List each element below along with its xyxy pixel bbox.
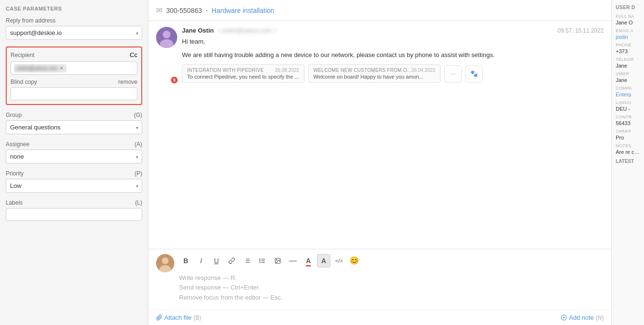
link-button[interactable] xyxy=(225,254,238,267)
user-field-value-5[interactable]: Enterp xyxy=(616,92,640,97)
user-field-8: TARIFFPro xyxy=(616,129,640,140)
attach-file-link[interactable]: Attach file (B) xyxy=(156,314,201,321)
svg-point-15 xyxy=(260,259,260,259)
svg-point-4 xyxy=(162,257,169,264)
case-title[interactable]: Hardware installation xyxy=(212,7,274,14)
group-select[interactable]: General questions xyxy=(6,120,142,134)
group-label: Group xyxy=(6,112,22,118)
rc2-date: 26.04.2022 xyxy=(411,68,435,74)
group-label-row: Group (G) xyxy=(6,112,142,118)
ordered-list-button[interactable] xyxy=(240,254,254,267)
reply-avatar xyxy=(156,254,174,272)
latest-label: LATEST xyxy=(616,159,640,164)
placeholder-2: Send response — Ctrl+Enter. xyxy=(179,283,604,293)
assignee-select-wrapper[interactable]: none ▾ xyxy=(6,150,142,163)
message-item: 9 Jane Ostin < jostint@yahoo.com > 09:57… xyxy=(156,27,604,83)
left-panel-title: CASE PARAMETERS xyxy=(6,6,142,12)
user-field-7: CONTR56433 xyxy=(616,115,640,126)
add-note-label: Add note xyxy=(569,314,594,321)
related-cases: INTEGRATION WITH PIPEDRIVE 26.08.2022 To… xyxy=(182,64,604,83)
related-case-1[interactable]: INTEGRATION WITH PIPEDRIVE 26.08.2022 To… xyxy=(182,64,305,83)
placeholder-1: Write response — R. xyxy=(179,273,604,283)
reply-editor: B I U — xyxy=(148,249,611,325)
recipient-input[interactable]: jostint@yahoo.com ✕ xyxy=(11,61,137,75)
reply-from-select[interactable]: support@deskie.io xyxy=(6,26,142,40)
labels-input[interactable] xyxy=(6,208,142,221)
image-button[interactable] xyxy=(271,254,284,267)
user-field-label-2: PHONE xyxy=(616,43,640,47)
user-field-label-9: NOTES xyxy=(616,143,640,148)
code-button[interactable]: </> xyxy=(332,254,346,267)
paw-icon[interactable]: 🐾 xyxy=(465,65,483,82)
user-field-1: EMAIL Ajostin xyxy=(616,28,640,40)
attach-file-label: Attach file xyxy=(164,314,192,321)
sender-name: Jane Ostin xyxy=(182,27,214,34)
rc1-date: 26.08.2022 xyxy=(275,68,299,74)
user-field-value-8: Pro xyxy=(616,135,640,140)
cc-link[interactable]: Cc xyxy=(130,51,137,58)
group-select-wrapper[interactable]: General questions ▾ xyxy=(6,120,142,134)
recipient-header: Recipient Cc xyxy=(11,51,137,58)
bold-button[interactable]: B xyxy=(179,254,192,267)
blind-copy-input[interactable] xyxy=(11,87,137,100)
related-case-2[interactable]: WELCOME NEW CUSTOMERS FROM O... 26.04.20… xyxy=(308,64,441,83)
add-note-link[interactable]: Add note (N) xyxy=(561,314,604,321)
user-field-label-8: TARIFF xyxy=(616,129,640,134)
rc1-body: To connect Pipedrive, you need to specif… xyxy=(187,74,299,80)
font-color-button[interactable]: A xyxy=(302,254,315,267)
editor-placeholder[interactable]: Write response — R. Send response — Ctrl… xyxy=(179,271,604,305)
message-badge: 9 xyxy=(170,76,178,84)
group-shortcut: (G) xyxy=(134,112,142,118)
middle-panel: ✉ 300-550863 - Hardware installation 9 xyxy=(148,0,611,325)
priority-select[interactable]: Low xyxy=(6,179,142,193)
labels-field: Labels (L) xyxy=(6,199,142,221)
mail-icon: ✉ xyxy=(156,6,162,15)
paperclip-icon xyxy=(156,314,162,321)
group-field: Group (G) General questions ▾ xyxy=(6,112,142,134)
user-field-9: NOTESAre re ces to xyxy=(616,143,640,155)
recipient-tag: jostint@yahoo.com ✕ xyxy=(14,64,67,72)
user-field-value-1[interactable]: jostin xyxy=(616,34,640,40)
case-separator: - xyxy=(206,7,208,14)
priority-select-wrapper[interactable]: Low ▾ xyxy=(6,179,142,193)
message-body-2: We are still having trouble adding a new… xyxy=(182,50,604,60)
user-field-value-4: Jane xyxy=(616,77,640,83)
svg-point-19 xyxy=(276,259,277,260)
editor-footer: Attach file (B) Add note (N) xyxy=(148,310,611,325)
priority-label: Priority xyxy=(6,170,23,177)
user-field-label-7: CONTR xyxy=(616,115,640,119)
user-field-3: TELEGRJane xyxy=(616,57,640,69)
priority-field: Priority (P) Low ▾ xyxy=(6,170,142,193)
assignee-shortcut: (A) xyxy=(135,141,142,148)
priority-shortcut: (P) xyxy=(135,170,142,177)
user-field-label-3: TELEGR xyxy=(616,57,640,62)
emoji-button[interactable]: 😊 xyxy=(348,254,361,267)
user-field-label-5: COMPA xyxy=(616,86,640,91)
placeholder-3: Remove focus from the editor — Esc. xyxy=(179,293,604,303)
more-button[interactable]: ··· xyxy=(444,65,462,82)
user-field-label-1: EMAIL A xyxy=(616,28,640,33)
user-field-value-0: Jane O xyxy=(616,20,640,25)
note-icon xyxy=(561,314,567,321)
rc2-title: WELCOME NEW CUSTOMERS FROM O... xyxy=(314,68,412,73)
user-field-value-9: Are re ces to xyxy=(616,149,640,155)
svg-point-1 xyxy=(163,31,170,38)
bg-color-button[interactable]: A xyxy=(317,254,330,267)
svg-point-16 xyxy=(260,260,260,261)
remove-recipient-icon[interactable]: ✕ xyxy=(59,65,64,71)
reply-from-select-wrapper[interactable]: support@deskie.io ▾ xyxy=(6,26,142,40)
remove-bcc-link[interactable]: remove xyxy=(118,79,137,85)
hr-button[interactable]: — xyxy=(286,254,300,267)
unordered-list-button[interactable] xyxy=(256,254,269,267)
user-field-value-3: Jane xyxy=(616,63,640,69)
case-header: ✉ 300-550863 - Hardware installation xyxy=(148,0,611,21)
message-time: 09:57, 15.11.2022 xyxy=(557,27,604,34)
underline-button[interactable]: U xyxy=(210,254,223,267)
case-number: 300-550863 xyxy=(166,7,202,14)
svg-point-17 xyxy=(260,262,260,263)
message-body: Hi team, We are still having trouble add… xyxy=(182,37,604,59)
assignee-select[interactable]: none xyxy=(6,150,142,163)
labels-label-row: Labels (L) xyxy=(6,199,142,206)
user-field-label-0: FULL NA xyxy=(616,14,640,19)
italic-button[interactable]: I xyxy=(194,254,208,267)
